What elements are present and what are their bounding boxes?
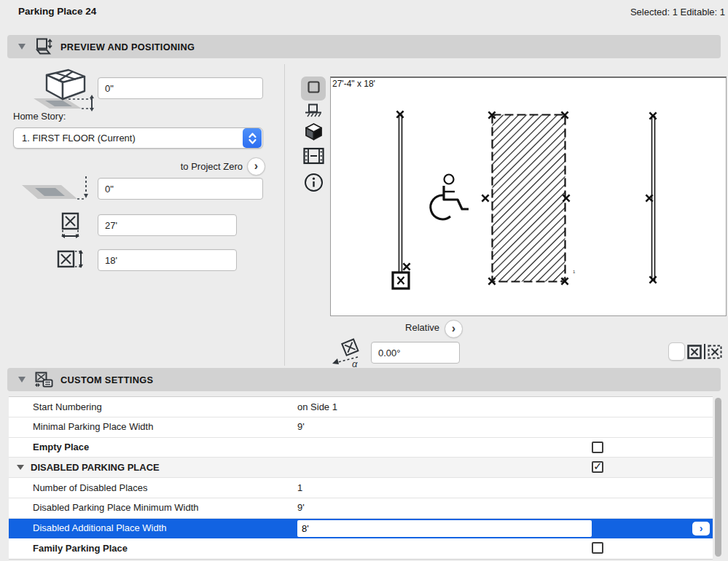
table-scrollbar[interactable] (715, 398, 721, 557)
height-input[interactable] (98, 249, 237, 271)
table-row[interactable]: Family Parking Place ✓ (9, 538, 713, 559)
disabled-place-hatch: 1 (482, 111, 576, 284)
row-label: DISABLED PARKING PLACE (31, 462, 160, 473)
relative-label: Relative (390, 322, 439, 333)
section-title: CUSTOM SETTINGS (60, 374, 153, 385)
table-row[interactable]: Empty Place ✓ (9, 438, 713, 458)
table-row[interactable]: DISABLED PARKING PLACE ✓ (9, 458, 713, 478)
table-row-selected[interactable]: Disabled Additional Place Width › (9, 519, 713, 539)
home-story-select[interactable]: 1. FIRST FLOOR (Current) (13, 128, 263, 149)
row-label: Minimal Parking Place Width (33, 421, 153, 432)
disabled-parking-checkbox[interactable]: ✓ (592, 461, 603, 473)
object-settings-window: Parking Place 24 Selected: 1 Editable: 1… (0, 0, 728, 561)
preview-positioning-icon (34, 38, 53, 55)
dashed-boxed-x-icon (708, 345, 722, 359)
row-label: Disabled Parking Place Minimum Width (33, 502, 199, 513)
select-stepper-icon[interactable] (243, 128, 262, 148)
disabled-additional-width-input[interactable] (297, 520, 592, 537)
table-row[interactable]: Start Numbering on Side 1 (9, 397, 713, 417)
view-3d-button[interactable] (302, 123, 325, 142)
width-icon (55, 212, 87, 247)
chevron-right-icon: › (452, 323, 455, 334)
film-strip-icon (303, 147, 324, 168)
wheelchair-symbol (431, 175, 469, 219)
elevation-to-story-icon (28, 66, 98, 116)
home-story-label: Home Story: (13, 111, 66, 122)
plan-view-icon (308, 81, 320, 96)
hotspot-solid-button[interactable] (687, 345, 702, 362)
checkmark-icon: ✓ (593, 460, 603, 473)
section-title: PREVIEW AND POSITIONING (60, 42, 195, 52)
table-row[interactable]: Number of Disabled Places 1 (9, 478, 713, 498)
row-label: Family Parking Place (33, 543, 128, 554)
empty-place-checkbox[interactable]: ✓ (592, 442, 603, 453)
home-story-value: 1. FIRST FLOOR (Current) (14, 133, 243, 144)
disclosure-triangle-icon[interactable] (18, 377, 26, 382)
rotation-icon: α (328, 338, 367, 372)
section-preview-positioning[interactable]: PREVIEW AND POSITIONING (7, 35, 721, 58)
row-value: 9' (297, 421, 305, 432)
panel-divider (284, 64, 285, 366)
info-button[interactable] (302, 173, 325, 194)
hotspot-dashed-button[interactable] (708, 345, 722, 362)
place-number-label: 1 (573, 270, 576, 274)
height-icon (57, 248, 90, 273)
preview-canvas[interactable]: 27'-4" x 18' (330, 76, 727, 316)
custom-settings-icon (34, 371, 53, 388)
cube-3d-icon (305, 122, 323, 144)
view-2d-button[interactable] (301, 76, 326, 101)
parking-preview-drawing: 1 (331, 78, 726, 315)
flip-checkbox[interactable] (668, 342, 685, 361)
width-input[interactable] (98, 214, 237, 236)
row-value: 1 (297, 482, 302, 493)
rotation-angle-input[interactable] (371, 342, 460, 364)
window-title: Parking Place 24 (18, 6, 96, 17)
chevron-right-icon: › (254, 160, 258, 172)
hotspot-separator (704, 344, 705, 359)
view-movie-button[interactable] (302, 148, 325, 167)
chevron-right-icon: › (700, 523, 703, 533)
row-label: Number of Disabled Places (33, 482, 148, 493)
side-line-left (393, 111, 410, 289)
row-label: Start Numbering (33, 401, 102, 412)
row-label: Disabled Additional Place Width (33, 522, 167, 533)
settings-table: Start Numbering on Side 1 Minimal Parkin… (9, 396, 713, 560)
svg-text:α: α (352, 358, 358, 369)
row-label: Empty Place (33, 442, 89, 452)
view-elevation-button[interactable] (302, 105, 325, 119)
table-row[interactable]: Minimal Parking Place Width 9' (9, 417, 713, 438)
relative-button[interactable]: › (445, 320, 463, 338)
selection-status: Selected: 1 Editable: 1 (630, 7, 725, 17)
boxed-x-icon (687, 345, 702, 359)
to-project-zero-button[interactable]: › (247, 157, 265, 176)
info-icon (304, 173, 324, 195)
family-parking-checkbox[interactable]: ✓ (592, 542, 603, 554)
preview-dimension-label: 27'-4" x 18' (332, 79, 375, 89)
disclosure-triangle-icon[interactable] (18, 44, 26, 50)
to-project-zero-label: to Project Zero (146, 161, 243, 172)
elevation-bottom-input[interactable] (98, 178, 263, 200)
row-value: 9' (297, 502, 305, 513)
table-row[interactable]: Disabled Parking Place Minimum Width 9' (9, 498, 713, 519)
row-detail-button[interactable]: › (692, 522, 710, 536)
side-line-right (646, 112, 656, 283)
row-value: on Side 1 (297, 401, 337, 412)
group-triangle-icon[interactable] (17, 465, 24, 470)
section-custom-settings[interactable]: CUSTOM SETTINGS (7, 368, 721, 391)
elevation-view-icon (305, 103, 322, 121)
elevation-to-zero-icon (19, 175, 95, 211)
elevation-top-input[interactable] (98, 77, 263, 99)
